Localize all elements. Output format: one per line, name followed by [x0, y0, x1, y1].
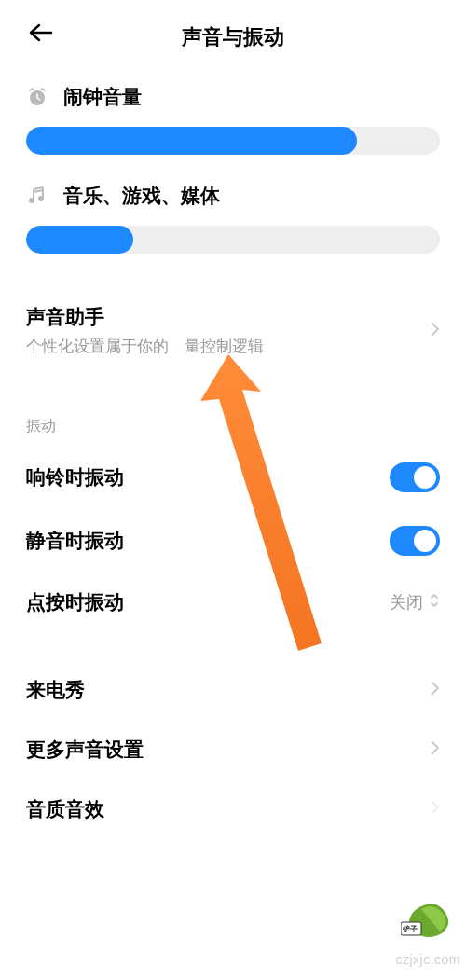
more-sound-settings-row[interactable]: 更多声音设置 — [26, 720, 440, 780]
chevron-right-icon — [431, 322, 440, 340]
more-sound-settings-label: 更多声音设置 — [26, 737, 144, 763]
sound-assistant-subtitle: 个性化设置属于你的音量控制逻辑 — [26, 336, 264, 357]
sound-quality-row[interactable]: 音质音效 — [26, 780, 440, 839]
silent-vibrate-toggle[interactable] — [390, 526, 440, 556]
music-note-icon — [26, 185, 48, 207]
tap-vibrate-row[interactable]: 点按时振动 关闭 — [26, 573, 440, 632]
svg-point-2 — [38, 196, 44, 201]
ring-vibrate-label: 响铃时振动 — [26, 464, 124, 490]
vibration-section-header: 振动 — [26, 417, 440, 436]
call-show-label: 来电秀 — [26, 677, 85, 703]
sound-assistant-row[interactable]: 声音助手 个性化设置属于你的音量控制逻辑 — [26, 282, 440, 380]
sound-quality-label: 音质音效 — [26, 796, 104, 822]
alarm-clock-icon — [26, 86, 48, 108]
alarm-volume-slider[interactable] — [26, 127, 440, 155]
call-show-row[interactable]: 来电秀 — [26, 660, 440, 720]
tap-vibrate-label: 点按时振动 — [26, 589, 124, 615]
chevron-right-icon — [431, 740, 440, 759]
chevron-right-icon — [431, 681, 440, 699]
watermark-text: czjxjc.com — [395, 952, 460, 967]
watermark-logo: 铲子 — [401, 896, 457, 943]
content-area: 闹钟音量 音乐、游戏、媒体 声音助手 个性化设置属于你的音量控制逻辑 — [0, 65, 466, 839]
updown-icon — [429, 592, 440, 614]
page-title: 声音与振动 — [22, 23, 444, 51]
ring-vibrate-toggle[interactable] — [390, 462, 440, 492]
media-volume-slider[interactable] — [26, 226, 440, 254]
header: 声音与振动 — [0, 0, 466, 65]
chevron-right-icon — [431, 800, 440, 819]
media-volume-label: 音乐、游戏、媒体 — [63, 183, 220, 209]
svg-text:铲子: 铲子 — [402, 925, 418, 933]
back-arrow-icon — [28, 22, 54, 43]
media-volume-section: 音乐、游戏、媒体 — [26, 183, 440, 254]
ring-vibrate-row[interactable]: 响铃时振动 — [26, 446, 440, 509]
silent-vibrate-label: 静音时振动 — [26, 528, 124, 554]
silent-vibrate-row[interactable]: 静音时振动 — [26, 509, 440, 573]
tap-vibrate-value: 关闭 — [390, 591, 423, 614]
sound-assistant-title: 声音助手 — [26, 304, 264, 330]
svg-point-1 — [29, 198, 34, 203]
alarm-volume-label: 闹钟音量 — [63, 84, 142, 110]
alarm-volume-section: 闹钟音量 — [26, 84, 440, 155]
back-button[interactable] — [28, 22, 54, 47]
